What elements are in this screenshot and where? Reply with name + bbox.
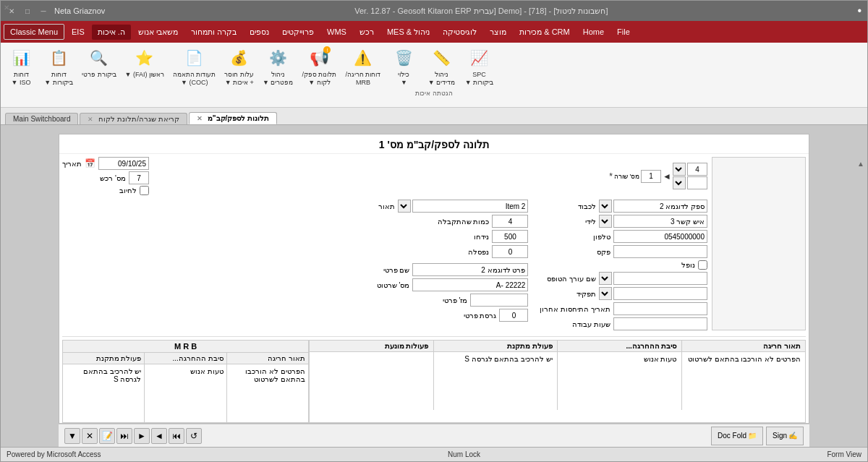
likhvod-label: לחיוב — [119, 187, 137, 194]
row-select-1[interactable]: ▼ — [673, 163, 686, 176]
likhvod-input[interactable] — [613, 200, 707, 213]
shaot-avoda-input[interactable] — [613, 317, 707, 330]
nav-filter-btn[interactable]: ▼ — [64, 428, 80, 444]
menu-item-classic-menu[interactable]: Classic Menu — [4, 24, 64, 40]
menu-item-bkara[interactable]: בקרה ותמחור — [185, 25, 242, 40]
ribbon-btn-dohot-iso[interactable]: 📊 דוחותISO ▼ — [4, 44, 38, 89]
doc-fold-label: Doc Fold — [718, 432, 746, 440]
form-title: תלונה לספק/קב"מ מס' 1 — [59, 134, 809, 154]
nav-last-btn[interactable]: ⏭ — [116, 428, 132, 444]
garset-input[interactable] — [499, 309, 528, 322]
spc-label: SPCביקורות ▼ — [465, 71, 493, 87]
dohot-iso-label: דוחותISO ▼ — [12, 71, 31, 87]
tarikh-hithavsut-input[interactable] — [613, 302, 707, 315]
tarikh-input[interactable] — [98, 157, 149, 170]
ribbon-btn-bkurat-prati[interactable]: 🔍 ביקורת פרטי — [79, 44, 119, 81]
tarikh-label: תאריך — [62, 160, 82, 168]
nav-prev-btn[interactable]: ◄ — [151, 428, 167, 444]
shem-orech-select[interactable]: ▼ — [599, 272, 612, 285]
taur-select[interactable]: ▼ — [398, 200, 411, 213]
nav-bar: ✍ Sign 📁 Doc Fold ↺ ⏮ ◄ ► ⏭ 📝 ✕ ▼ — [59, 424, 809, 447]
taur-label: תאור — [378, 202, 395, 210]
kamut-input[interactable] — [492, 215, 528, 228]
telefon-input[interactable] — [613, 230, 707, 243]
sign-button[interactable]: ✍ Sign — [766, 427, 804, 445]
mas-rechesh-input[interactable] — [129, 171, 149, 184]
tab-tlona-sefer-close[interactable]: ✕ — [197, 115, 203, 122]
mrb-col1-value: הפרטים לא הורכבו בהתאם לשרטוט — [227, 364, 308, 422]
nefala-input[interactable] — [492, 245, 528, 258]
row-num-empty[interactable] — [687, 176, 707, 189]
status-num-lock: Num Lock — [448, 450, 480, 458]
lidi-input[interactable] — [613, 215, 707, 228]
menu-item-file[interactable]: File — [611, 25, 636, 39]
prat-ledugma-input[interactable] — [412, 263, 528, 276]
row-select-2[interactable]: ▼ — [673, 176, 686, 189]
shem-orech-input[interactable] — [613, 272, 707, 285]
menu-item-ha-ikut[interactable]: ה. איכות — [92, 25, 131, 40]
ribbon-btn-dohot-bkurot[interactable]: 📋 דוחותביקורות ▼ — [41, 44, 76, 89]
ribbon-btn-alot-hoser[interactable]: 💰 עלות חוסר+ איכות ▼ — [221, 44, 257, 89]
window-dot[interactable]: • — [857, 4, 861, 17]
menu-item-mashaei-anosh[interactable]: משאבי אנוש — [132, 25, 184, 40]
tafkid-input[interactable] — [613, 287, 707, 300]
maximize-button[interactable]: □ — [22, 6, 33, 16]
ribbon-btn-dohot-hraga[interactable]: ⚠️ דוחות חריגה/MRB — [342, 44, 383, 89]
menu-item-wms[interactable]: WMS — [321, 25, 352, 39]
menu-item-rechesh[interactable]: רכש — [354, 25, 380, 40]
col-monat-value — [310, 352, 433, 410]
calendar-icon[interactable]: 📅 — [85, 158, 95, 168]
ribbon-scroll-up[interactable]: ▲ — [857, 160, 864, 168]
ribbon-btn-nikhul[interactable]: ⚙️ ניהולמפטרים ▼ — [260, 44, 296, 89]
tab-main-switchboard[interactable]: Main Switchboard — [5, 113, 78, 124]
ribbon-btn-nikhul-medidim[interactable]: 📏 ניהולמדידים ▼ — [424, 44, 459, 89]
bkurat-prati-label: ביקורת פרטי — [82, 71, 116, 79]
nav-next-btn[interactable]: ► — [134, 428, 150, 444]
menu-item-home[interactable]: Home — [577, 25, 610, 39]
tab-kria-shrada[interactable]: קריאת שגרה/תלונת לקוח ✕ — [80, 113, 187, 124]
row-arrow[interactable]: ◄ — [663, 171, 671, 181]
sign-label: Sign — [773, 432, 787, 440]
nav-new-btn[interactable]: 📝 — [99, 428, 115, 444]
doc-fold-button[interactable]: 📁 Doc Fold — [711, 427, 763, 445]
tab-kria-shrada-close[interactable]: ✕ — [88, 116, 93, 123]
nidhu-input[interactable] — [492, 230, 528, 243]
nav-first-btn[interactable]: ⏮ — [169, 428, 184, 444]
status-powered-by: Powered by Microsoft Access — [7, 450, 101, 458]
ribbon-btn-fai[interactable]: ⭐ ראשון (FAI) ▼ — [122, 44, 167, 81]
dohot-bkurot-icon: 📋 — [47, 46, 70, 69]
menu-item-mes[interactable]: ניהול & MES — [381, 25, 435, 40]
row-num-4[interactable] — [687, 163, 707, 176]
menu-item-logistics[interactable]: לוגיסטיקה — [437, 25, 482, 40]
ribbon-btn-kilui[interactable]: 🗑️ כילוי▼ — [386, 44, 421, 89]
tafkid-select[interactable]: ▼ — [599, 287, 612, 300]
nav-delete-btn[interactable]: ✕ — [82, 428, 98, 444]
menu-item-motzar[interactable]: מוצר — [484, 25, 512, 40]
menu-item-projects[interactable]: פרוייקטים — [276, 25, 320, 40]
menu-item-eis[interactable]: EIS — [66, 25, 90, 39]
fax-input[interactable] — [613, 245, 707, 258]
dohot-hraga-icon: ⚠️ — [352, 46, 375, 69]
menu-item-nispim[interactable]: נספים — [244, 25, 275, 40]
menu-item-crm[interactable]: CRM & מכירות — [514, 25, 576, 40]
minimize-button[interactable]: ─ — [38, 6, 48, 16]
mas-sherut-input[interactable] — [412, 278, 528, 291]
nav-refresh-btn[interactable]: ↺ — [186, 428, 202, 444]
likhvod-checkbox[interactable] — [140, 186, 149, 195]
maz-prati-input[interactable] — [470, 294, 528, 307]
ribbon-btn-tlonot[interactable]: 📢 ! תלונות ספק/לקוח ▼ — [299, 44, 339, 89]
dohot-iso-icon: 📊 — [9, 46, 33, 69]
shem-orech-label: שם עורך הטופס — [547, 275, 596, 283]
tab-tlona-sefer[interactable]: תלונות לספק/קב"מ ✕ — [189, 112, 277, 124]
ribbon-btn-spc[interactable]: 📈 SPCביקורות ▼ — [461, 44, 496, 89]
taur-input[interactable] — [412, 200, 528, 213]
page-num[interactable] — [641, 170, 661, 183]
nofel-checkbox[interactable] — [698, 260, 707, 270]
tarikh-hithavsut-label: תאריך התיחסות אחרון — [540, 305, 610, 313]
lidi-select[interactable]: ▼ — [599, 215, 612, 228]
likhvod-select[interactable]: ▼ — [599, 200, 612, 213]
sign-icon: ✍ — [788, 432, 797, 440]
tabs-close-all[interactable]: ✕ — [4, 4, 9, 12]
shaot-avoda-label: שעות עבודה — [572, 320, 610, 328]
ribbon-btn-coc[interactable]: 📄 תעודות התאמה(COC) ▼ — [170, 44, 219, 89]
